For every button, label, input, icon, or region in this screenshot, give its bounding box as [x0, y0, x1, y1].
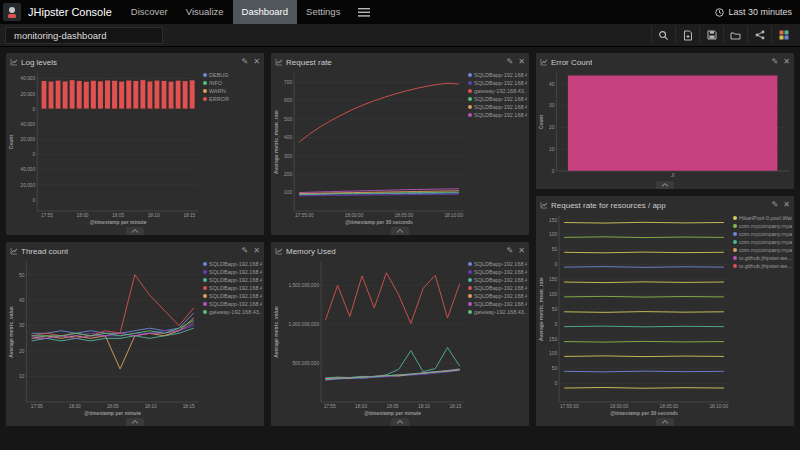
legend-color-dot [203, 73, 207, 77]
svg-text:100: 100 [549, 232, 557, 237]
edit-panel-icon[interactable]: ✎ [507, 247, 514, 255]
panel-title: Memory Used [286, 247, 336, 256]
legend-item[interactable]: SQLDBapp-192.168.4... [468, 104, 526, 110]
legend-item[interactable]: SQLDBapp-192.168.4... [468, 285, 526, 291]
svg-text:20,000: 20,000 [21, 183, 36, 188]
svg-text:0: 0 [554, 322, 557, 327]
panel-body: 010203040JICount [536, 69, 794, 180]
svg-text:18:05: 18:05 [107, 404, 119, 409]
legend-item[interactable]: com.mycompany.myap... [733, 223, 791, 229]
panel-title: Request rate [286, 58, 332, 67]
legend-item[interactable]: ERROR [203, 96, 261, 102]
remove-panel-icon[interactable]: ✕ [783, 58, 790, 66]
edit-panel-icon[interactable]: ✎ [772, 201, 779, 209]
collapse-panel-button[interactable] [391, 227, 409, 235]
svg-text:500: 500 [284, 117, 292, 122]
legend-item[interactable]: SQLDBapp-192.168.4... [203, 293, 261, 299]
svg-text:JI: JI [671, 173, 675, 178]
remove-panel-icon[interactable]: ✕ [253, 58, 260, 66]
jhipster-logo[interactable] [0, 0, 24, 24]
remove-panel-icon[interactable]: ✕ [783, 201, 790, 209]
new-dashboard-icon[interactable] [675, 26, 699, 44]
legend-item[interactable]: SQLDBapp-192.168.4... [203, 301, 261, 307]
svg-text:20: 20 [19, 349, 25, 354]
nav-item-dashboard[interactable]: Dashboard [233, 0, 297, 24]
svg-text:20: 20 [549, 125, 555, 130]
time-range-label: Last 30 minutes [728, 7, 792, 17]
dashboard-name-field[interactable]: monitoring-dashboard [5, 27, 163, 44]
legend-label: SQLDBapp-192.168.4... [209, 285, 262, 291]
chart-icon [275, 247, 283, 255]
chart-legend: SQLDBapp-192.168.4...SQLDBapp-192.168.4.… [467, 69, 527, 226]
edit-panel-icon[interactable]: ✎ [242, 58, 249, 66]
edit-panel-icon[interactable]: ✎ [507, 58, 514, 66]
svg-text:150: 150 [549, 218, 557, 223]
legend-item[interactable]: DEBUG [203, 72, 261, 78]
remove-panel-icon[interactable]: ✕ [518, 58, 525, 66]
panel-body: 500,000,0001,000,000,0001,500,000,00017:… [271, 258, 529, 417]
share-icon[interactable] [747, 26, 771, 44]
legend-item[interactable]: SQLDBapp-192.168.4... [468, 269, 526, 275]
legend-item[interactable]: SQLDBapp-192.168.4... [468, 112, 526, 118]
menu-icon[interactable] [349, 0, 379, 24]
chart-canvas: 15010050015010050015010050017:55:0018:00… [538, 212, 732, 417]
legend-item[interactable]: SQLDBapp-192.168.4... [468, 261, 526, 267]
legend-item[interactable]: SQLDBapp-192.168.4... [468, 72, 526, 78]
collapse-panel-button[interactable] [126, 227, 144, 235]
load-dashboard-icon[interactable] [723, 26, 747, 44]
chart-canvas: 102030405017:5518:0018:0518:1018:15@time… [8, 258, 202, 417]
legend-item[interactable]: SQLDBapp-192.168.4... [468, 301, 526, 307]
collapse-panel-button[interactable] [391, 418, 409, 426]
app-title: JHipster Console [24, 6, 122, 18]
edit-panel-icon[interactable]: ✎ [772, 58, 779, 66]
svg-text:18:00: 18:00 [355, 404, 367, 409]
legend-label: SQLDBapp-192.168.4... [209, 277, 262, 283]
panel-actions: ✎✕ [242, 247, 260, 255]
remove-panel-icon[interactable]: ✕ [253, 247, 260, 255]
legend-label: SQLDBapp-192.168.4... [474, 96, 527, 102]
legend-item[interactable]: SQLDBapp-192.168.4... [468, 96, 526, 102]
nav-item-settings[interactable]: Settings [297, 0, 349, 24]
collapse-panel-button[interactable] [656, 181, 674, 189]
svg-text:100: 100 [549, 351, 557, 356]
toolbar-actions [651, 26, 795, 44]
collapse-panel-button[interactable] [656, 418, 674, 426]
legend-item[interactable]: INFO [203, 80, 261, 86]
search-icon[interactable] [651, 26, 675, 44]
legend-color-dot [733, 240, 737, 244]
legend-item[interactable]: WARN [203, 88, 261, 94]
legend-item[interactable]: io.github.jhipster.we... [733, 255, 791, 261]
legend-label: DEBUG [209, 72, 229, 78]
chevron-up-icon [131, 229, 139, 233]
legend-item[interactable]: com.mycompany.myap... [733, 239, 791, 245]
chart-icon [540, 201, 548, 209]
nav-item-visualize[interactable]: Visualize [177, 0, 233, 24]
legend-item[interactable]: SQLDBapp-192.168.4... [468, 80, 526, 86]
legend-item[interactable]: SQLDBapp-192.168.4... [203, 261, 261, 267]
legend-item[interactable]: SQLDBapp-192.168.4... [468, 293, 526, 299]
chevron-up-icon [396, 229, 404, 233]
panel-header: Memory Used✎✕ [271, 242, 529, 258]
time-picker[interactable]: Last 30 minutes [715, 7, 800, 17]
legend-label: SQLDBapp-192.168.4... [474, 72, 527, 78]
legend-item[interactable]: io.github.jhipster.we... [733, 263, 791, 269]
legend-item[interactable]: HikariPool-0.pool.Wait [733, 215, 791, 221]
legend-item[interactable]: SQLDBapp-192.168.4... [203, 269, 261, 275]
legend-item[interactable]: com.mycompany.myap... [733, 231, 791, 237]
legend-item[interactable]: SQLDBapp-192.168.4... [468, 277, 526, 283]
remove-panel-icon[interactable]: ✕ [518, 247, 525, 255]
chevron-up-icon [396, 420, 404, 424]
legend-color-dot [203, 278, 207, 282]
legend-item[interactable]: SQLDBapp-192.168.4... [203, 277, 261, 283]
edit-panel-icon[interactable]: ✎ [242, 247, 249, 255]
legend-item[interactable]: gateway-192.168.43... [203, 309, 261, 315]
legend-item[interactable]: gateway-192.168.43... [468, 88, 526, 94]
collapse-panel-button[interactable] [126, 418, 144, 426]
panel-header: Log levels✎✕ [6, 53, 264, 69]
nav-item-discover[interactable]: Discover [122, 0, 177, 24]
legend-item[interactable]: gateway-192.168.43... [468, 309, 526, 315]
add-visualization-icon[interactable] [771, 26, 795, 44]
save-dashboard-icon[interactable] [699, 26, 723, 44]
legend-item[interactable]: com.mycompany.myap... [733, 247, 791, 253]
legend-item[interactable]: SQLDBapp-192.168.4... [203, 285, 261, 291]
